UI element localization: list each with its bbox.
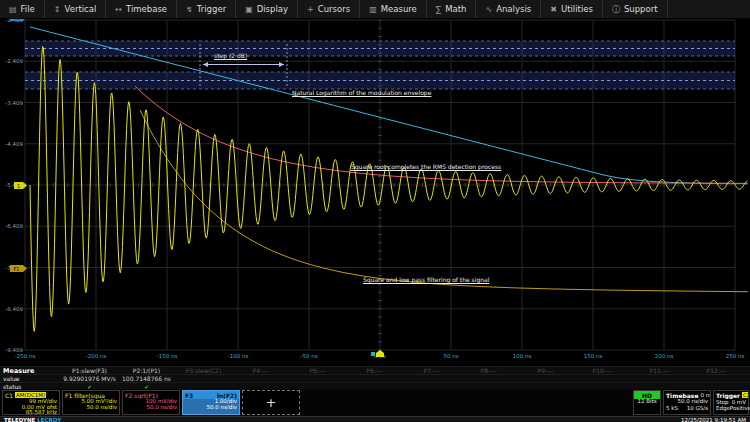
hd-mode-descriptor[interactable]: HD 12 Bits	[633, 390, 661, 415]
f1-tdiv: 50.0 ns/div	[65, 405, 117, 411]
trigger-descriptor[interactable]: Trigger C1 DC Stop 0 mV Edge Positive	[713, 390, 749, 415]
add-trace-button[interactable]: +	[242, 390, 300, 415]
menu-label: Display	[257, 4, 288, 14]
measure-col-p9-label: P9:---	[517, 367, 574, 374]
measure-col-p6-label: P6:---	[346, 367, 403, 374]
math-f1-descriptor[interactable]: F1 filter(squa 5.00 mV²/div 50.0 ns/div	[62, 390, 120, 415]
x-axis-label: 100 ns	[513, 353, 532, 359]
annotation-natural-log: Natural Logarithm of the modulation enve…	[292, 89, 431, 96]
clock: 12/25/2021 9:19:51 AM	[681, 417, 746, 422]
f3-id: F3	[185, 392, 193, 399]
file-icon: ▤	[9, 5, 17, 14]
math-f3-descriptor[interactable]: F3 ln(F2) 1.00/div 50.0 ns/div	[182, 390, 240, 415]
measure-row-value: value9.92901976 MV/s100.7148766 ns	[0, 374, 750, 382]
menu-label: Vertical	[65, 4, 97, 14]
x-axis-label: 150 ns	[584, 353, 603, 359]
x-axis-label: -100 ns	[228, 353, 249, 359]
y-axis-label: -4.409	[5, 141, 23, 147]
c1-id: C1	[5, 392, 13, 399]
scope-graticule: -1.409-2.409-3.409-4.409-5.409-6.409-7.4…	[0, 0, 750, 415]
menu-item-analysis[interactable]: ∿Analysis	[476, 0, 541, 18]
measure-col-p1-label[interactable]: P1:slew(F3)	[61, 367, 118, 374]
step-arrow-right-head	[279, 62, 284, 67]
support-icon: ⓘ	[612, 4, 620, 15]
measure-row-measure: MeasureP1:slew(F3)P2:1/(P1)P3:slew(C2)P4…	[0, 366, 750, 374]
trigger-type: Edge	[716, 405, 730, 411]
menu-label: File	[21, 4, 35, 14]
hd-bits: 12 Bits	[636, 399, 658, 405]
analysis-icon: ∿	[485, 5, 492, 14]
utilities-icon: ✖	[550, 5, 557, 14]
math-icon: ∑	[436, 5, 441, 14]
measure-col-p1-value: 9.92901976 MV/s	[61, 375, 118, 382]
timebase-rate: 10 GS/s	[687, 405, 708, 411]
f2-id: F2	[125, 392, 132, 399]
x-axis-label: 50 ns	[443, 353, 458, 359]
zero-time-indicator	[371, 352, 375, 356]
menu-label: Analysis	[496, 4, 531, 14]
brand-teledyne: TELEDYNE	[4, 417, 35, 422]
y-axis-label: -2.409	[5, 58, 23, 64]
menu-label: Measure	[381, 4, 417, 14]
timebase-descriptor[interactable]: Timebase 0 ns 50.0 ns/div 5 kS 10 GS/s	[663, 390, 711, 415]
menu-item-display[interactable]: ▣Display	[236, 0, 298, 18]
channel-c1-descriptor[interactable]: C1 AM(DC1M) 99 mV/div 0.00 mV ofst 85.58…	[2, 390, 60, 415]
measure-col-p10-label: P10:---	[574, 367, 631, 374]
menu-label: Support	[624, 4, 658, 14]
menu-item-file[interactable]: ▤File	[0, 0, 45, 18]
timebase-samples: 5 kS	[666, 405, 678, 411]
vertical-icon: ↕	[54, 5, 61, 14]
y-axis-label: -6.409	[5, 223, 23, 229]
c1-freq: 85.587 kHz	[5, 410, 57, 416]
x-axis-label: 250 ns	[726, 353, 745, 359]
menu-item-vertical[interactable]: ↕Vertical	[45, 0, 107, 18]
measure-col-p12-label: P12:---	[688, 367, 745, 374]
trigger-source-badge: C1	[742, 392, 748, 398]
cursor-step-label: step (2 dB)	[214, 52, 247, 59]
measure-col-p11-label: P11:---	[631, 367, 688, 374]
measure-icon: ▥	[369, 5, 377, 14]
menu-label: Timebase	[126, 4, 167, 14]
measure-col-p2-label[interactable]: P2:1/(P1)	[118, 367, 175, 374]
measure-col-p2-value: 100.7148766 ns	[118, 375, 175, 382]
measure-col-p5-label: P5:---	[289, 367, 346, 374]
menu-label: Cursors	[318, 4, 350, 14]
timebase-icon: ↔	[115, 5, 122, 14]
trigger-slope: Positive	[730, 405, 750, 411]
display-icon: ▣	[245, 5, 253, 14]
menu-item-trigger[interactable]: ↯Trigger	[177, 0, 236, 18]
x-axis-label: -250 ns	[15, 353, 36, 359]
trigger-title: Trigger	[716, 392, 740, 399]
status-bar: TELEDYNELECROY 12/25/2021 9:19:51 AM	[0, 416, 750, 422]
f1-id: F1	[65, 392, 72, 399]
math-f2-descriptor[interactable]: F2 sqrt(F1) 100 mV/div 50.0 ns/div	[122, 390, 180, 415]
menu-item-support[interactable]: ⓘSupport	[603, 0, 668, 18]
trigger-position-marker[interactable]	[376, 350, 384, 357]
y-axis-label: -3.409	[5, 100, 23, 106]
x-axis-label: -150 ns	[157, 353, 178, 359]
brand-logo: TELEDYNELECROY	[4, 417, 61, 422]
measure-col-p3-label: P3:slew(C2)	[175, 367, 232, 374]
menu-item-timebase[interactable]: ↔Timebase	[106, 0, 177, 18]
brand-lecroy: LECROY	[37, 417, 61, 422]
menu-item-utilities[interactable]: ✖Utilities	[541, 0, 603, 18]
menu-item-math[interactable]: ∑Math	[427, 0, 477, 18]
step-arrow-left-head	[203, 62, 208, 67]
measure-row-label: Measure	[0, 367, 61, 375]
menu-item-cursors[interactable]: +Cursors	[298, 0, 360, 18]
annotation-low-pass: Square and low pass filtering of the sig…	[363, 276, 489, 283]
f1-level-marker-label: F1	[13, 266, 19, 272]
c1-level-marker-label: 1	[17, 183, 20, 189]
f2-tdiv: 50.0 ns/div	[125, 405, 177, 411]
menu-label: Trigger	[197, 4, 226, 14]
descriptor-row: C1 AM(DC1M) 99 mV/div 0.00 mV ofst 85.58…	[0, 389, 750, 416]
x-axis-label: -50 ns	[300, 353, 317, 359]
measure-table: MeasureP1:slew(F3)P2:1/(P1)P3:slew(C2)P4…	[0, 366, 750, 389]
f3-tdiv: 50.0 ns/div	[185, 405, 237, 411]
cursors-icon: +	[307, 5, 314, 14]
menu-item-measure[interactable]: ▥Measure	[360, 0, 427, 18]
waveform-f1-filtered-square	[140, 110, 748, 292]
trigger-icon: ↯	[186, 5, 193, 14]
measure-col-p4-label: P4:---	[232, 367, 289, 374]
menu-label: Math	[445, 4, 466, 14]
